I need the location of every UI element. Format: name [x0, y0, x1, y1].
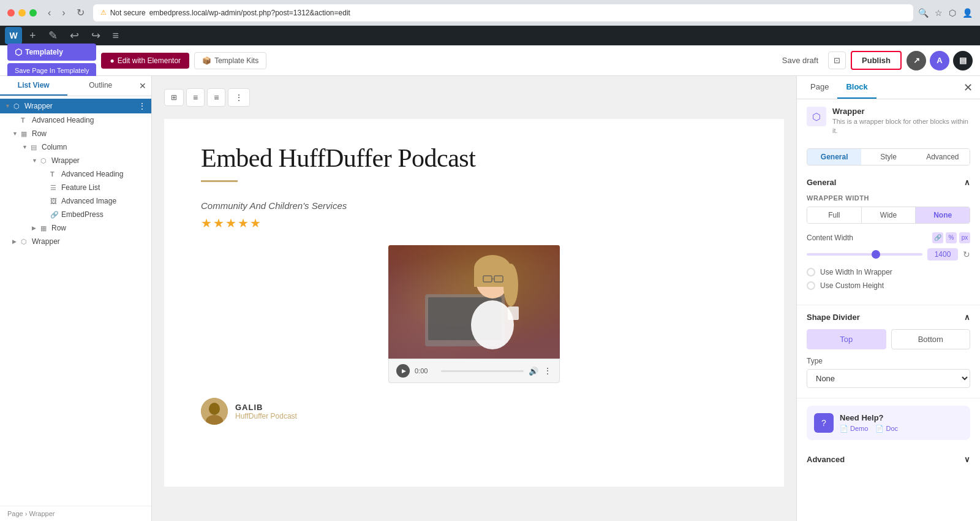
security-icon: ⚠	[100, 9, 107, 17]
account-icon[interactable]: 👤	[962, 8, 973, 18]
slider-row: ↻	[807, 248, 970, 260]
back-button[interactable]: ‹	[44, 6, 55, 20]
tree-item-advanced-heading-inner[interactable]: T Advanced Heading	[0, 167, 151, 181]
save-draft-button[interactable]: Save draft	[777, 53, 823, 67]
shape-divider-header[interactable]: Shape Divider ∧	[797, 305, 980, 329]
audio-more-icon[interactable]: ⋮	[543, 366, 552, 376]
row-icon: ▦	[21, 130, 29, 138]
slider-thumb[interactable]	[872, 250, 880, 259]
refresh-icon[interactable]: ↻	[963, 249, 970, 259]
tree-item-wrapper-root[interactable]: ▼ ⬡ Wrapper ⋮	[0, 99, 151, 113]
shape-top-button[interactable]: Top	[807, 329, 886, 349]
tree-label: Feature List	[61, 183, 146, 192]
width-full-button[interactable]: Full	[807, 207, 862, 223]
author-name: GALIB	[235, 403, 297, 412]
tree-expand-icon: ▼	[32, 158, 38, 164]
address-bar[interactable]: ⚠ Not secure embedpress.local/wp-admin/p…	[93, 4, 913, 21]
template-kits-button[interactable]: 📦 Template Kits	[194, 52, 266, 69]
tree-item-row-inner[interactable]: ▶ ▦ Row	[0, 221, 151, 235]
svg-rect-12	[508, 306, 519, 320]
save-page-button[interactable]: Save Page In Templately	[7, 63, 96, 78]
tree-item-wrapper-inner[interactable]: ▼ ⬡ Wrapper	[0, 154, 151, 167]
tree-item-feature-list[interactable]: ☰ Feature List	[0, 181, 151, 194]
general-section-content: Wrapper Width Full Wide None Content Wid…	[797, 194, 980, 305]
svg-point-7	[503, 264, 518, 306]
panel-close-button[interactable]: ✕	[961, 78, 975, 97]
shape-bottom-button[interactable]: Bottom	[891, 329, 971, 349]
tree-item-column[interactable]: ▼ ▤ Column	[0, 140, 151, 154]
panel-tab-bar: Page Block ✕	[797, 76, 980, 99]
preview-button[interactable]: ⊡	[828, 51, 846, 69]
link-icon[interactable]: 🔗	[932, 232, 943, 243]
doc-link[interactable]: 📄 Doc	[875, 425, 898, 433]
minimize-traffic-light[interactable]	[18, 9, 26, 17]
content-width-slider[interactable]	[807, 253, 922, 256]
demo-link[interactable]: 📄 Demo	[840, 425, 868, 433]
admin-redo-button[interactable]: ↪	[86, 26, 105, 45]
px-icon[interactable]: px	[959, 232, 970, 243]
help-icon: ?	[814, 413, 834, 433]
publish-button[interactable]: Publish	[851, 51, 902, 70]
tree-item-advanced-heading[interactable]: T Advanced Heading	[0, 113, 151, 127]
embedpress-icon: 🔗	[50, 211, 59, 219]
admin-undo-button[interactable]: ↩	[65, 26, 84, 45]
wp-logo[interactable]: W	[5, 27, 22, 44]
zoom-icon[interactable]: 🔍	[918, 8, 929, 18]
admin-edit-button[interactable]: ✎	[43, 26, 62, 45]
admin-add-button[interactable]: +	[24, 27, 41, 45]
view-tab-general[interactable]: General	[807, 149, 861, 165]
tree-item-wrapper-bottom[interactable]: ▶ ⬡ Wrapper	[0, 235, 151, 248]
view-tab-advanced[interactable]: Advanced	[916, 149, 970, 165]
author-podcast: HuffDuffer Podcast	[235, 412, 297, 420]
wrapper-block-icon: ⬡	[807, 107, 826, 126]
share-button[interactable]: ↗	[907, 51, 926, 70]
avatar-button[interactable]: A	[930, 51, 949, 70]
block-align-center-button[interactable]: ≡	[186, 88, 205, 107]
bookmark-icon[interactable]: ☆	[935, 8, 943, 18]
block-align-right-button[interactable]: ≡	[207, 88, 225, 107]
tab-outline[interactable]: Outline	[67, 76, 135, 96]
radio-use-width[interactable]: Use Width In Wrapper	[807, 268, 970, 276]
sidebar: List View Outline ✕ ▼ ⬡ Wrapper ⋮ T Adva…	[0, 76, 152, 521]
advanced-section[interactable]: Advanced ∨	[797, 447, 980, 471]
tree-label: Wrapper	[32, 237, 146, 246]
tab-block[interactable]: Block	[837, 76, 876, 99]
tree-more-icon[interactable]: ⋮	[138, 101, 146, 111]
need-help-block: ? Need Help? 📄 Demo 📄 Doc	[807, 406, 970, 440]
tree-item-embedpress[interactable]: 🔗 EmbedPress	[0, 208, 151, 221]
reload-button[interactable]: ↻	[73, 6, 88, 20]
tab-page[interactable]: Page	[802, 76, 837, 99]
close-traffic-light[interactable]	[7, 9, 15, 17]
tree-item-advanced-image[interactable]: 🖼 Advanced Image	[0, 194, 151, 208]
view-tab-style[interactable]: Style	[861, 149, 915, 165]
main-layout: List View Outline ✕ ▼ ⬡ Wrapper ⋮ T Adva…	[0, 76, 980, 521]
extensions-icon[interactable]: ⬡	[949, 8, 956, 18]
settings-button[interactable]: ▤	[953, 51, 973, 70]
type-select[interactable]: None	[807, 369, 970, 388]
volume-icon[interactable]: 🔊	[529, 367, 538, 376]
admin-blocks-button[interactable]: ≡	[108, 27, 124, 45]
templately-button[interactable]: ⬡ Templately	[7, 44, 96, 61]
tree-label: Advanced Heading	[32, 116, 146, 124]
content-width-input[interactable]	[927, 248, 958, 260]
content-width-row: Content Width 🔗 % px	[807, 232, 970, 243]
save-page-label: Save Page In Templately	[15, 67, 89, 74]
general-section-header[interactable]: General ∧	[797, 170, 980, 194]
width-none-button[interactable]: None	[916, 207, 970, 223]
tab-list-view[interactable]: List View	[0, 76, 67, 96]
play-button[interactable]: ▶	[396, 364, 410, 378]
tree-label: Wrapper	[51, 156, 146, 165]
column-icon: ▤	[31, 143, 39, 151]
width-wide-button[interactable]: Wide	[862, 207, 916, 223]
block-align-left-button[interactable]: ⊞	[164, 89, 184, 106]
progress-bar[interactable]	[441, 370, 524, 372]
forward-button[interactable]: ›	[58, 6, 69, 20]
wrapper-text: Wrapper This is a wrapper block for othe…	[832, 107, 970, 136]
edit-elementor-button[interactable]: ● Edit with Elementor	[101, 53, 189, 69]
radio-custom-height[interactable]: Use Custom Height	[807, 281, 970, 290]
percent-icon[interactable]: %	[946, 232, 957, 243]
block-more-button[interactable]: ⋮	[228, 88, 250, 107]
sidebar-close-button[interactable]: ✕	[134, 76, 151, 96]
fullscreen-traffic-light[interactable]	[29, 9, 37, 17]
tree-item-row[interactable]: ▼ ▦ Row	[0, 127, 151, 140]
